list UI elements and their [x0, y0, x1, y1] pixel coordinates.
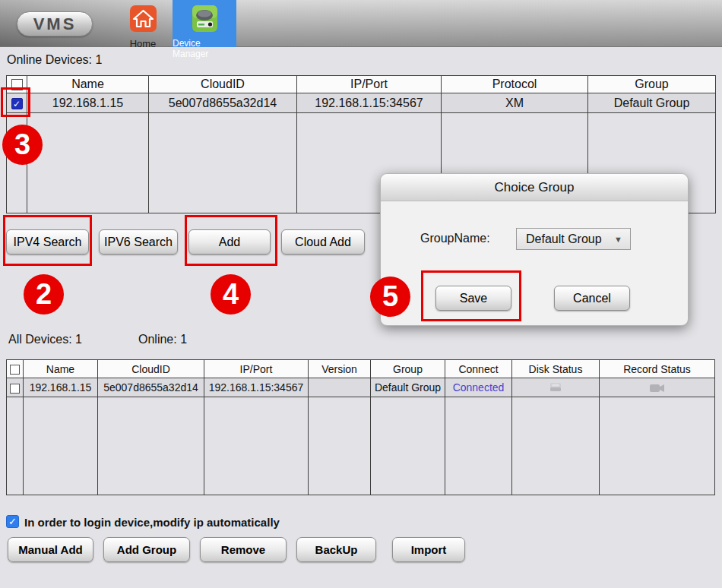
column-header-cloudid: CloudID: [98, 360, 204, 378]
nav-device-manager[interactable]: Device Manager: [173, 0, 236, 47]
all-devices-table: Name CloudID IP/Port Version Group Conne…: [6, 359, 715, 495]
cell-disk-status[interactable]: [512, 378, 600, 397]
cell-ipport[interactable]: 192.168.1.15:34567: [297, 93, 442, 113]
column-header-name: Name: [27, 76, 149, 93]
column-header-group: Group: [371, 360, 445, 378]
nav-device-manager-label: Device Manager: [173, 38, 236, 59]
vms-logo-text: VMS: [33, 14, 77, 34]
ipv6-search-button[interactable]: IPV6 Search: [99, 229, 178, 254]
top-toolbar: VMS Home Device Manager: [0, 0, 722, 47]
add-group-label: Add Group: [117, 543, 176, 556]
select-all-checkbox[interactable]: [10, 365, 20, 375]
column-header-record-status: Record Status: [600, 360, 715, 378]
column-header-version: Version: [309, 360, 371, 378]
column-header-disk-status: Disk Status: [512, 360, 600, 378]
home-icon: [129, 5, 157, 36]
manual-add-button[interactable]: Manual Add: [8, 537, 93, 562]
column-header-group: Group: [588, 76, 716, 93]
backup-button[interactable]: BackUp: [296, 537, 376, 562]
select-all-checkbox-cell[interactable]: [7, 360, 24, 378]
remove-label: Remove: [221, 543, 265, 556]
table-header-row: Name CloudID IP/Port Version Group Conne…: [7, 360, 715, 378]
import-button[interactable]: Import: [392, 537, 465, 562]
cloud-add-button[interactable]: Cloud Add: [281, 229, 365, 254]
cloud-add-label: Cloud Add: [295, 236, 351, 249]
annotation-step-2: 2: [24, 274, 64, 315]
dialog-title: Choice Group: [495, 180, 575, 195]
chevron-down-icon: ▼: [614, 235, 622, 244]
cell-cloudid[interactable]: 5e007d8655a32d14: [98, 378, 204, 397]
cell-record-status[interactable]: [600, 378, 715, 397]
cancel-label: Cancel: [573, 292, 611, 305]
video-camera-icon: [648, 381, 667, 394]
save-button[interactable]: Save: [435, 286, 511, 311]
device-manager-icon: [192, 5, 218, 36]
auto-modify-ip-label: In order to login device,modify ip autom…: [24, 516, 280, 529]
column-header-name: Name: [24, 360, 98, 378]
auto-modify-ip-checkbox[interactable]: ✓: [6, 515, 19, 528]
row-checkbox[interactable]: [10, 384, 20, 394]
column-header-ipport: IP/Port: [297, 76, 442, 93]
add-group-button[interactable]: Add Group: [103, 537, 190, 562]
cell-group[interactable]: Default Group: [588, 93, 716, 113]
add-label: Add: [219, 236, 240, 249]
add-button[interactable]: Add: [188, 229, 271, 254]
backup-label: BackUp: [315, 543, 358, 556]
all-devices-count: All Devices: 1: [8, 333, 82, 346]
group-name-dropdown[interactable]: Default Group ▼: [516, 228, 631, 250]
save-label: Save: [460, 292, 487, 305]
choice-group-dialog: Choice Group GroupName: Default Group ▼ …: [380, 173, 689, 326]
column-header-ipport: IP/Port: [204, 360, 309, 378]
dialog-title-bar[interactable]: Choice Group: [381, 174, 688, 201]
ipv4-search-button[interactable]: IPV4 Search: [6, 229, 89, 254]
nav-home[interactable]: Home: [119, 0, 167, 47]
manual-add-label: Manual Add: [18, 543, 82, 556]
cell-version[interactable]: [309, 378, 371, 397]
table-header-row: Name CloudID IP/Port Protocol Group: [7, 76, 716, 93]
online-devices-count: Online Devices: 1: [7, 53, 102, 67]
column-header-cloudid: CloudID: [149, 76, 297, 93]
column-header-protocol: Protocol: [442, 76, 588, 93]
empty-table-area: [7, 397, 715, 495]
vms-logo: VMS: [17, 11, 93, 36]
group-name-label: GroupName:: [420, 232, 490, 245]
cell-protocol[interactable]: XM: [442, 93, 588, 113]
cell-name[interactable]: 192.168.1.15: [27, 93, 149, 113]
cell-cloudid[interactable]: 5e007d8655a32d14: [149, 93, 297, 113]
online-count: Online: 1: [138, 333, 187, 346]
cell-connect-status[interactable]: Connected: [445, 378, 512, 397]
table-row[interactable]: ✓ 192.168.1.15 5e007d8655a32d14 192.168.…: [7, 93, 716, 113]
disk-icon: [548, 381, 563, 394]
annotation-step-5: 5: [370, 277, 410, 317]
table-row[interactable]: 192.168.1.15 5e007d8655a32d14 192.168.1.…: [7, 378, 715, 397]
cell-group[interactable]: Default Group: [371, 378, 445, 397]
annotation-step-3: 3: [2, 125, 43, 165]
ipv6-search-label: IPV6 Search: [104, 236, 173, 249]
select-all-checkbox[interactable]: [11, 79, 23, 90]
row-checkbox-cell[interactable]: [7, 378, 24, 397]
select-all-checkbox-cell[interactable]: [7, 76, 27, 93]
annotation-step-4: 4: [211, 274, 251, 315]
row-checkbox-cell[interactable]: ✓: [7, 93, 27, 113]
import-label: Import: [411, 543, 447, 556]
cell-ipport[interactable]: 192.168.1.15:34567: [204, 378, 309, 397]
cell-name[interactable]: 192.168.1.15: [24, 378, 98, 397]
column-header-connect: Connect: [445, 360, 512, 378]
group-name-value: Default Group: [526, 232, 602, 246]
nav-home-label: Home: [130, 38, 157, 49]
remove-button[interactable]: Remove: [200, 537, 287, 562]
cancel-button[interactable]: Cancel: [554, 286, 630, 311]
row-checkbox-checked[interactable]: ✓: [11, 98, 23, 109]
ipv4-search-label: IPV4 Search: [14, 236, 82, 249]
